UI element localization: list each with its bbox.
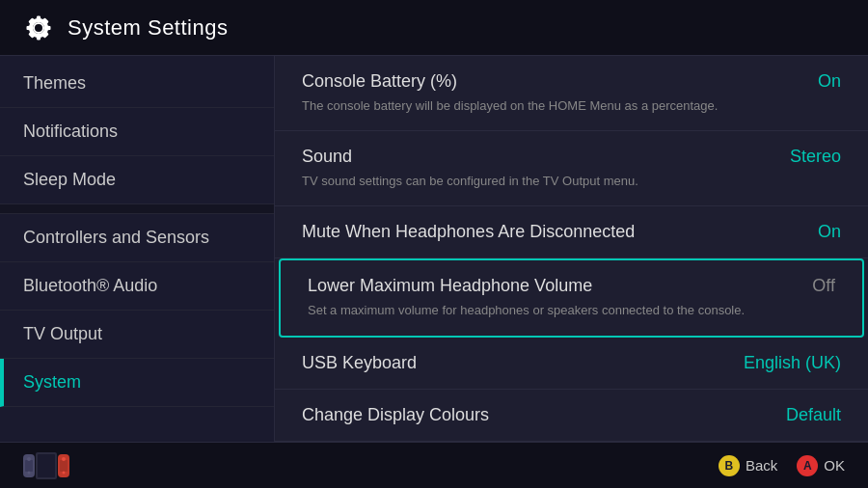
sidebar-item-bluetooth-audio[interactable]: Bluetooth® Audio — [0, 262, 274, 311]
settings-content: Console Battery (%) On The console batte… — [275, 56, 868, 488]
sidebar-item-themes[interactable]: Themes — [0, 60, 274, 108]
ok-button[interactable]: A OK — [797, 455, 845, 476]
setting-usb-keyboard[interactable]: USB Keyboard English (UK) — [275, 338, 868, 390]
svg-point-9 — [63, 471, 66, 474]
setting-console-battery[interactable]: Console Battery (%) On The console batte… — [275, 56, 868, 131]
page-title: System Settings — [68, 15, 228, 41]
main-layout: Themes Notifications Sleep Mode Controll… — [0, 56, 868, 488]
svg-point-3 — [28, 471, 31, 474]
svg-point-8 — [62, 457, 66, 461]
svg-rect-7 — [60, 460, 68, 472]
sidebar-divider — [0, 204, 274, 214]
setting-lower-headphone-volume[interactable]: Lower Maximum Headphone Volume Off Set a… — [279, 258, 864, 337]
sidebar-item-tv-output[interactable]: TV Output — [0, 311, 274, 359]
svg-rect-1 — [25, 460, 33, 472]
sidebar-item-system[interactable]: System — [0, 359, 274, 407]
ok-label: OK — [824, 457, 845, 474]
back-button[interactable]: B Back — [719, 455, 777, 476]
sidebar-item-controllers-sensors[interactable]: Controllers and Sensors — [0, 214, 274, 262]
setting-change-display-colours[interactable]: Change Display Colours Default — [275, 390, 868, 442]
sidebar-item-sleep-mode[interactable]: Sleep Mode — [0, 156, 274, 204]
console-icon-area — [23, 451, 69, 480]
b-button-icon: B — [719, 455, 740, 476]
a-button-icon: A — [797, 455, 818, 476]
sidebar-item-notifications[interactable]: Notifications — [0, 108, 274, 156]
svg-rect-5 — [38, 454, 55, 477]
setting-sound[interactable]: Sound Stereo TV sound settings can be co… — [275, 131, 868, 206]
bottom-bar: B Back A OK — [0, 442, 868, 488]
bottom-buttons: B Back A OK — [719, 455, 845, 476]
switch-console-icon — [23, 451, 69, 480]
sidebar: Themes Notifications Sleep Mode Controll… — [0, 56, 275, 488]
setting-mute-headphones[interactable]: Mute When Headphones Are Disconnected On — [275, 206, 868, 258]
header: System Settings — [0, 0, 868, 56]
back-label: Back — [746, 457, 777, 474]
gear-icon — [23, 13, 54, 43]
svg-point-2 — [27, 457, 31, 461]
